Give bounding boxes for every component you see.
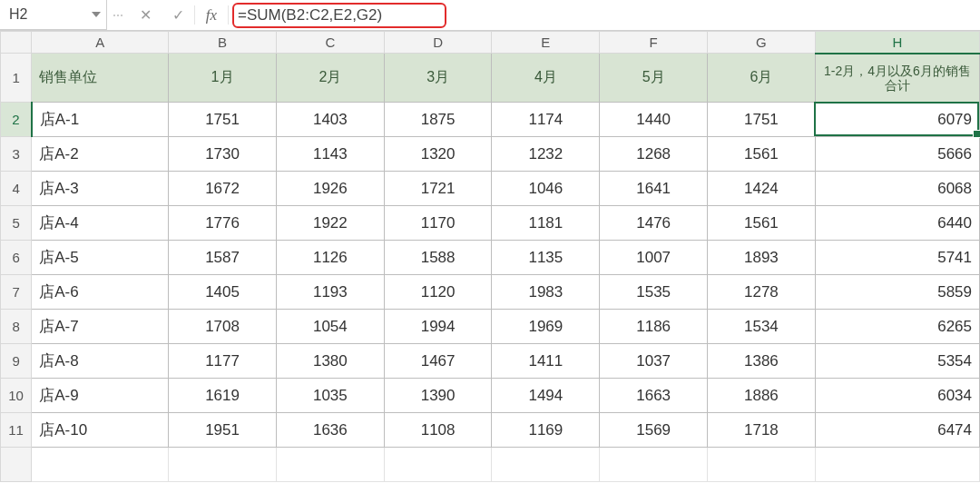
cell[interactable]: 1569: [600, 413, 708, 448]
row-header[interactable]: 6: [1, 241, 32, 275]
cell[interactable]: 1730: [169, 137, 277, 172]
cell[interactable]: 6079: [815, 103, 979, 137]
cell[interactable]: 5月: [600, 54, 708, 103]
column-header[interactable]: E: [492, 32, 600, 54]
column-header[interactable]: C: [276, 32, 384, 54]
cell[interactable]: 1587: [169, 241, 277, 275]
spreadsheet-grid[interactable]: ABCDEFGH 1 销售单位 1月 2月 3月 4月 5月 6月 1-2月，4…: [0, 31, 980, 482]
cell[interactable]: 1534: [708, 310, 816, 344]
cell[interactable]: 4月: [492, 54, 600, 103]
cell[interactable]: 1875: [384, 103, 492, 137]
cell[interactable]: 1405: [169, 275, 277, 310]
cell[interactable]: 6068: [815, 172, 979, 206]
cell[interactable]: [492, 448, 600, 482]
cancel-icon[interactable]: ✕: [129, 0, 162, 30]
cell[interactable]: 5666: [815, 137, 979, 172]
cell[interactable]: 店A-9: [32, 379, 169, 413]
row-header[interactable]: 10: [1, 379, 32, 413]
cell[interactable]: 1926: [276, 172, 384, 206]
cell[interactable]: 1320: [384, 137, 492, 172]
row-header[interactable]: 4: [1, 172, 32, 206]
cell[interactable]: 店A-8: [32, 344, 169, 379]
cell[interactable]: 1390: [384, 379, 492, 413]
cell[interactable]: 1424: [708, 172, 816, 206]
cell[interactable]: 1035: [276, 379, 384, 413]
cell[interactable]: 1636: [276, 413, 384, 448]
name-box[interactable]: H2: [0, 0, 107, 30]
cell[interactable]: 1776: [169, 206, 277, 241]
cell[interactable]: 1983: [492, 275, 600, 310]
cell[interactable]: 1588: [384, 241, 492, 275]
cell[interactable]: [600, 448, 708, 482]
row-header[interactable]: 5: [1, 206, 32, 241]
cell[interactable]: 1007: [600, 241, 708, 275]
cell[interactable]: 店A-10: [32, 413, 169, 448]
cell[interactable]: 1169: [492, 413, 600, 448]
cell[interactable]: 2月: [276, 54, 384, 103]
cell[interactable]: 1054: [276, 310, 384, 344]
row-header[interactable]: 3: [1, 137, 32, 172]
cell[interactable]: 1619: [169, 379, 277, 413]
cell[interactable]: 1126: [276, 241, 384, 275]
cell[interactable]: 1561: [708, 206, 816, 241]
cell[interactable]: [32, 448, 169, 482]
cell[interactable]: 1268: [600, 137, 708, 172]
column-header[interactable]: A: [32, 32, 169, 54]
row-header[interactable]: 8: [1, 310, 32, 344]
name-box-dropdown-icon[interactable]: [92, 12, 101, 17]
cell[interactable]: 1535: [600, 275, 708, 310]
select-all-corner[interactable]: [1, 32, 32, 54]
cell[interactable]: 1893: [708, 241, 816, 275]
cell[interactable]: 1-2月，4月以及6月的销售合计: [815, 54, 979, 103]
cell[interactable]: 1951: [169, 413, 277, 448]
row-header[interactable]: 7: [1, 275, 32, 310]
cell[interactable]: 1月: [169, 54, 277, 103]
formula-input[interactable]: =SUM(B2:C2,E2,G2): [229, 0, 980, 30]
column-header[interactable]: G: [708, 32, 816, 54]
cell[interactable]: 1108: [384, 413, 492, 448]
cell[interactable]: 1403: [276, 103, 384, 137]
cell[interactable]: [815, 448, 979, 482]
cell[interactable]: 店A-4: [32, 206, 169, 241]
cell[interactable]: 1641: [600, 172, 708, 206]
cell[interactable]: 1751: [708, 103, 816, 137]
row-header[interactable]: 9: [1, 344, 32, 379]
cell[interactable]: 1380: [276, 344, 384, 379]
cell[interactable]: 1186: [600, 310, 708, 344]
column-header[interactable]: F: [600, 32, 708, 54]
cell[interactable]: 5859: [815, 275, 979, 310]
cell[interactable]: 6474: [815, 413, 979, 448]
cell[interactable]: 1232: [492, 137, 600, 172]
cell[interactable]: 6265: [815, 310, 979, 344]
cell[interactable]: [169, 448, 277, 482]
cell[interactable]: 1135: [492, 241, 600, 275]
cell[interactable]: 1174: [492, 103, 600, 137]
row-header[interactable]: [1, 448, 32, 482]
cell[interactable]: 店A-6: [32, 275, 169, 310]
row-header[interactable]: 2: [1, 103, 32, 137]
cell[interactable]: 1120: [384, 275, 492, 310]
cell[interactable]: 1411: [492, 344, 600, 379]
cell[interactable]: 1177: [169, 344, 277, 379]
cell[interactable]: 5741: [815, 241, 979, 275]
cell[interactable]: 1672: [169, 172, 277, 206]
cell[interactable]: 店A-5: [32, 241, 169, 275]
column-header[interactable]: D: [384, 32, 492, 54]
cell[interactable]: 6440: [815, 206, 979, 241]
cell[interactable]: [708, 448, 816, 482]
cell[interactable]: 1663: [600, 379, 708, 413]
cell[interactable]: 店A-1: [32, 103, 169, 137]
fx-icon[interactable]: fx: [195, 0, 228, 30]
cell[interactable]: 1181: [492, 206, 600, 241]
cell[interactable]: 1922: [276, 206, 384, 241]
column-header[interactable]: B: [169, 32, 277, 54]
cell[interactable]: 1751: [169, 103, 277, 137]
cell[interactable]: 店A-7: [32, 310, 169, 344]
cell[interactable]: 1170: [384, 206, 492, 241]
cell[interactable]: 6034: [815, 379, 979, 413]
cell[interactable]: 1969: [492, 310, 600, 344]
cell[interactable]: 1994: [384, 310, 492, 344]
cell[interactable]: 1721: [384, 172, 492, 206]
cell[interactable]: 1046: [492, 172, 600, 206]
row-header[interactable]: 1: [1, 54, 32, 103]
